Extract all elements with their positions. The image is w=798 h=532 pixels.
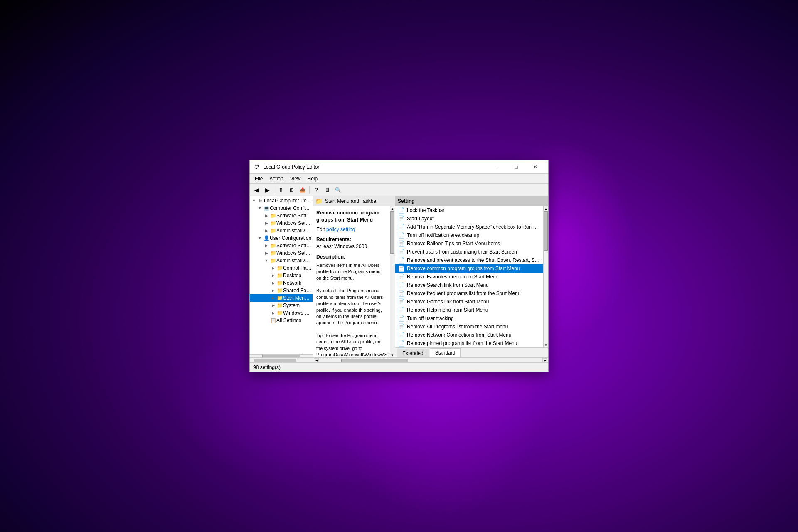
tree-label-user-config: User Configuration xyxy=(270,235,313,241)
user-config-icon: 👤 xyxy=(263,235,270,241)
row-icon-2: 📄 xyxy=(398,224,404,230)
window-title: Local Group Policy Editor xyxy=(263,164,488,170)
settings-row-balloon-tips[interactable]: 📄 Remove Balloon Tips on Start Menu item… xyxy=(395,239,543,248)
menu-help[interactable]: Help xyxy=(304,175,321,182)
settings-row-prevent-customizing[interactable]: 📄 Prevent users from customizing their S… xyxy=(395,248,543,256)
settings-scroll-thumb xyxy=(544,211,548,251)
settings-row-notification[interactable]: 📄 Turn off notification area cleanup xyxy=(395,231,543,239)
tree-label-network: Network xyxy=(283,280,313,286)
expand-icon-at-uc[interactable]: ▼ xyxy=(263,257,270,264)
tree-item-all-settings[interactable]: 📋 All Settings xyxy=(250,317,313,324)
tree-item-admin-templates-cc[interactable]: ▶ 📁 Administrative Te... xyxy=(250,227,313,234)
tree-item-local-computer-policy[interactable]: ▼ 🖥 Local Computer Policy xyxy=(250,197,313,204)
filter-button[interactable]: 🔍 xyxy=(333,185,343,195)
expand-icon-uc[interactable]: ▼ xyxy=(256,235,263,241)
tree-horizontal-scrollbar[interactable] xyxy=(250,354,313,357)
tree-item-start-menu[interactable]: ▶ 📁 Start Menu an... xyxy=(250,294,313,302)
hscroll-left[interactable]: ◀ xyxy=(314,358,319,362)
tree-label-desktop: Desktop xyxy=(283,273,313,278)
settings-pane: Setting 📄 Lock the Taskbar 📄 Start Layou… xyxy=(395,196,548,357)
settings-row-run-dialog[interactable]: 📄 Add "Run in Separate Memory Space" che… xyxy=(395,223,543,231)
tree-hscroll-thumb xyxy=(254,359,296,362)
settings-row-start-layout[interactable]: 📄 Start Layout xyxy=(395,214,543,223)
row-label-11: Remove Games link from Start Menu xyxy=(407,299,541,305)
maximize-button[interactable]: □ xyxy=(507,160,526,174)
toolbar-separator-1 xyxy=(274,186,274,194)
settings-row-pinned-programs[interactable]: 📄 Remove pinned programs list from the S… xyxy=(395,339,543,347)
desc-body: Remove common program groups from Start … xyxy=(313,206,390,357)
tree-item-shared-folders[interactable]: ▶ 📁 Shared Folder... xyxy=(250,287,313,294)
up-button[interactable]: ⬆ xyxy=(276,185,286,195)
export-button[interactable]: 📤 xyxy=(298,185,308,195)
menu-view[interactable]: View xyxy=(287,175,304,182)
tree-item-windows-components[interactable]: ▶ 📁 Windows Cor... xyxy=(250,309,313,317)
tab-standard[interactable]: Standard xyxy=(430,348,461,357)
menu-action[interactable]: Action xyxy=(266,175,286,182)
expand-icon-root[interactable]: ▼ xyxy=(251,197,257,204)
expand-icon-comp[interactable]: ▼ xyxy=(256,205,263,212)
desc-vertical-scrollbar[interactable]: ▲ ▼ xyxy=(390,206,395,357)
tree-item-network[interactable]: ▶ 📁 Network xyxy=(250,279,313,287)
settings-row-all-programs[interactable]: 📄 Remove All Programs list from the Star… xyxy=(395,323,543,331)
expand-icon-shared[interactable]: ▶ xyxy=(270,287,276,294)
settings-row-games-link[interactable]: 📄 Remove Games link from Start Menu xyxy=(395,298,543,306)
tree-item-system[interactable]: ▶ 📁 System xyxy=(250,302,313,309)
desc-scroll-down[interactable]: ▼ xyxy=(390,352,395,357)
settings-row-frequent-programs[interactable]: 📄 Remove frequent programs list from the… xyxy=(395,289,543,298)
tree-item-software-settings-uc[interactable]: ▶ 📁 Software Settings xyxy=(250,242,313,249)
desc-edit-row: Edit policy setting xyxy=(316,226,387,233)
tree-item-windows-settings-uc[interactable]: ▶ 📁 Windows Setting... xyxy=(250,249,313,257)
expand-icon-startmenu[interactable]: ▶ xyxy=(270,295,276,301)
settings-row-help-menu[interactable]: 📄 Remove Help menu from Start Menu xyxy=(395,306,543,314)
help-button[interactable]: ? xyxy=(311,185,321,195)
expand-icon-desktop[interactable]: ▶ xyxy=(270,272,276,279)
expand-icon-ws-uc[interactable]: ▶ xyxy=(263,250,270,256)
expand-icon-ss-cc[interactable]: ▶ xyxy=(263,212,270,219)
row-icon-4: 📄 xyxy=(398,240,404,247)
computer-button[interactable]: 🖥 xyxy=(322,185,332,195)
settings-vertical-scrollbar[interactable]: ▲ ▼ xyxy=(543,206,548,347)
tree-item-computer-config[interactable]: ▼ 💻 Computer Configura... xyxy=(250,204,313,212)
main-hscroll[interactable]: ◀ ▶ xyxy=(313,358,548,362)
tree-hscroll[interactable] xyxy=(250,358,313,362)
desc-title: Remove common program groups from Start … xyxy=(316,209,387,224)
tree-label-wc: Windows Cor... xyxy=(283,310,313,316)
main-area: ▼ 🖥 Local Computer Policy ▼ 💻 Computer C… xyxy=(250,196,548,357)
expand-icon-system[interactable]: ▶ xyxy=(270,302,276,309)
settings-scroll-down[interactable]: ▼ xyxy=(544,342,548,347)
settings-row-lock-taskbar[interactable]: 📄 Lock the Taskbar xyxy=(395,206,543,214)
hscroll-right[interactable]: ▶ xyxy=(542,358,547,362)
tree-item-windows-settings-cc[interactable]: ▶ 📁 Windows Setting... xyxy=(250,219,313,227)
settings-row-search-link[interactable]: 📄 Remove Search link from Start Menu xyxy=(395,281,543,289)
tree-item-user-config[interactable]: ▼ 👤 User Configuration xyxy=(250,234,313,242)
minimize-button[interactable]: – xyxy=(488,160,507,174)
settings-row-user-tracking[interactable]: 📄 Turn off user tracking xyxy=(395,314,543,323)
settings-row-favorites[interactable]: 📄 Remove Favorites menu from Start Menu xyxy=(395,273,543,281)
forward-button[interactable]: ▶ xyxy=(262,185,272,195)
close-button[interactable]: ✕ xyxy=(526,160,545,174)
desc-policy-link[interactable]: policy setting xyxy=(326,227,355,232)
tree-item-software-settings-cc[interactable]: ▶ 📁 Software Settings xyxy=(250,212,313,219)
tab-extended[interactable]: Extended xyxy=(397,349,429,357)
expand-icon-cp[interactable]: ▶ xyxy=(270,265,276,271)
settings-row-network-connections[interactable]: 📄 Remove Network Connections from Start … xyxy=(395,331,543,339)
back-button[interactable]: ◀ xyxy=(251,185,261,195)
menu-file[interactable]: File xyxy=(251,175,266,182)
row-label-1: Start Layout xyxy=(407,216,541,222)
expand-icon-wc[interactable]: ▶ xyxy=(270,310,276,316)
tree-item-control-panel[interactable]: ▶ 📁 Control Panel xyxy=(250,264,313,272)
expand-icon-ws-cc[interactable]: ▶ xyxy=(263,220,270,227)
expand-icon-network[interactable]: ▶ xyxy=(270,280,276,286)
expand-icon-ss-uc[interactable]: ▶ xyxy=(263,242,270,249)
show-hide-button[interactable]: ⊞ xyxy=(287,185,297,195)
tree-item-admin-templates-uc[interactable]: ▼ 📁 Administrative Te... xyxy=(250,257,313,264)
settings-scroll-up[interactable]: ▲ xyxy=(544,206,548,211)
row-icon-13: 📄 xyxy=(398,315,404,322)
tree-item-desktop[interactable]: ▶ 📁 Desktop xyxy=(250,272,313,279)
expand-icon-at-cc[interactable]: ▶ xyxy=(263,227,270,234)
settings-row-shutdown-access[interactable]: 📄 Remove and prevent access to the Shut … xyxy=(395,256,543,264)
tree-label-shared: Shared Folder... xyxy=(283,288,313,293)
row-label-14: Remove All Programs list from the Start … xyxy=(407,324,541,330)
desc-scroll-up[interactable]: ▲ xyxy=(390,206,395,211)
settings-row-common-groups[interactable]: 📄 Remove common program groups from Star… xyxy=(395,264,543,273)
